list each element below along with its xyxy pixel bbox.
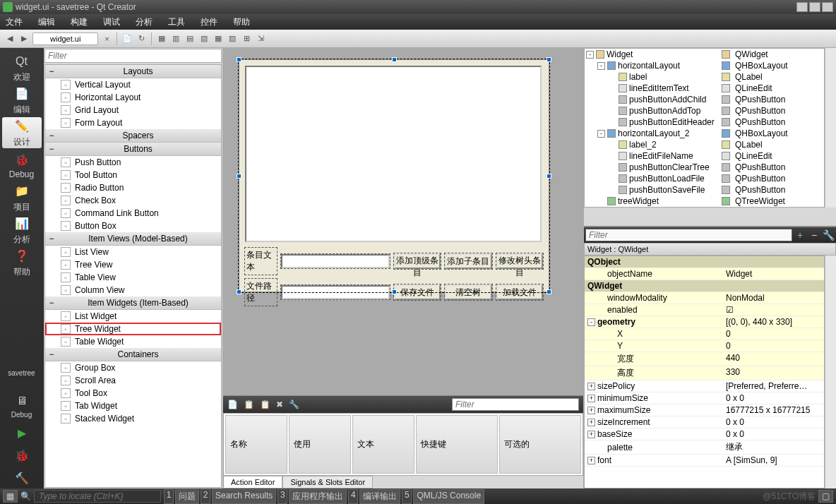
widget-group-header[interactable]: −Buttons (45, 143, 221, 156)
nav-project[interactable]: savetree (2, 357, 42, 388)
output-tab[interactable]: 问题 (175, 489, 199, 504)
action-tab[interactable]: Signals & Slots Editor (282, 476, 373, 488)
btn-edit-header[interactable]: 修改树头条目 (496, 253, 543, 269)
widget-item[interactable]: ▫Command Link Button (45, 207, 221, 220)
output-tab[interactable]: 编译输出 (359, 489, 400, 504)
property-row[interactable]: objectNameWidget (585, 268, 824, 280)
widget-item[interactable]: ▫Radio Button (45, 181, 221, 194)
delete-icon[interactable]: ✖ (276, 400, 283, 409)
tree-widget[interactable] (245, 66, 542, 242)
minimize-button[interactable]: _ (796, 2, 808, 12)
nav-debug-run[interactable]: 🖥Debug (2, 390, 42, 421)
widget-group-header[interactable]: −Containers (45, 348, 221, 361)
action-col[interactable]: 快捷键 (416, 415, 498, 474)
widget-item[interactable]: ▫Push Button (45, 156, 221, 169)
object-row[interactable]: lineEditItemTextQLineEdit (585, 83, 824, 94)
property-row[interactable]: Y0 (585, 340, 824, 352)
nav-帮助[interactable]: ❓帮助 (2, 247, 42, 278)
widget-item[interactable]: ▫Table View (45, 271, 221, 284)
output-tab[interactable]: Search Results (212, 489, 276, 504)
nav-编辑[interactable]: 📄编辑 (2, 85, 42, 116)
paste-icon[interactable]: 📋 (260, 400, 270, 409)
widget-item[interactable]: ▫Form Layout (45, 116, 221, 129)
property-row[interactable]: +fontA [SimSun, 9] (585, 455, 824, 467)
widget-item[interactable]: ▫Stacked Widget (45, 412, 221, 425)
widget-item[interactable]: ▫Group Box (45, 361, 221, 374)
widget-group-header[interactable]: −Item Widgets (Item-Based) (45, 296, 221, 310)
maximize-button[interactable]: □ (809, 2, 820, 12)
widget-list[interactable]: −Layouts▫Vertical Layout▫Horizontal Layo… (44, 64, 222, 488)
tool-icon[interactable]: ↻ (136, 33, 147, 44)
lineedit-filepath[interactable] (281, 285, 390, 299)
object-row[interactable]: treeWidgetQTreeWidget (585, 196, 824, 207)
property-row[interactable]: X0 (585, 328, 824, 340)
widget-item[interactable]: ▫Tree Widget (45, 323, 221, 335)
menu-帮助[interactable]: 帮助 (233, 16, 250, 28)
search-icon[interactable]: 🔍 (20, 491, 31, 501)
output-tab-num[interactable]: 1 (164, 489, 174, 504)
layout-hsplit-icon[interactable]: ▤ (184, 33, 196, 44)
property-row[interactable]: +sizeIncrement0 x 0 (585, 416, 824, 428)
btn-save[interactable]: 保存文件 (394, 284, 441, 300)
nav-项目[interactable]: 📁项目 (2, 182, 42, 213)
toggle-sidebar-icon[interactable]: ▦ (3, 490, 18, 503)
adjust-size-icon[interactable]: ⇲ (255, 33, 266, 44)
remove-prop-icon[interactable]: − (808, 229, 820, 241)
layout-v-icon[interactable]: ▥ (170, 33, 181, 44)
property-row[interactable]: QWidget (585, 280, 824, 292)
back-icon[interactable]: ◀ (4, 33, 16, 44)
widget-item[interactable]: ▫List Widget (45, 310, 221, 323)
object-row[interactable]: lineEditFileNameQLineEdit (585, 150, 824, 162)
action-col[interactable]: 可选的 (499, 415, 581, 474)
property-row[interactable]: 宽度440 (585, 352, 824, 366)
menu-工具[interactable]: 工具 (168, 16, 185, 28)
widget-group-header[interactable]: −Layouts (45, 65, 221, 78)
locator-input[interactable] (34, 490, 161, 503)
close-button[interactable]: ✕ (822, 2, 833, 12)
output-tab-num[interactable]: 3 (277, 489, 287, 504)
object-row[interactable]: pushButtonAddChildQPushButton (585, 94, 824, 105)
widget-group-header[interactable]: −Item Views (Model-Based) (45, 232, 221, 246)
property-row[interactable]: 高度330 (585, 366, 824, 380)
widget-group-header[interactable]: −Spacers (45, 129, 221, 143)
output-tab-num[interactable]: 5 (402, 489, 412, 504)
break-layout-icon[interactable]: ⊞ (241, 33, 252, 44)
btn-clear[interactable]: 清空树 (445, 284, 491, 300)
menu-分析[interactable]: 分析 (136, 16, 153, 28)
new-action-icon[interactable]: 📄 (227, 400, 238, 409)
menu-调试[interactable]: 调试 (103, 16, 120, 28)
settings-icon[interactable]: 🔧 (822, 229, 835, 241)
close-tab-icon[interactable]: × (101, 33, 112, 44)
object-tree[interactable]: -WidgetQWidget-horizontalLayoutQHBoxLayo… (584, 48, 825, 208)
btn-load[interactable]: 加载文件 (496, 284, 543, 300)
property-row[interactable]: +sizePolicy[Preferred, Preferre… (585, 380, 824, 392)
property-row[interactable]: windowModalityNonModal (585, 292, 824, 304)
tool-icon[interactable]: 📄 (121, 33, 133, 44)
property-table[interactable]: QObjectobjectNameWidgetQWidgetwindowModa… (584, 256, 825, 488)
copy-icon[interactable]: 📋 (244, 400, 254, 409)
object-row[interactable]: labelQLabel (585, 71, 824, 83)
object-row[interactable]: pushButtonSaveFileQPushButton (585, 184, 824, 196)
add-prop-icon[interactable]: + (794, 229, 806, 241)
widget-item[interactable]: ▫Scroll Area (45, 374, 221, 387)
widget-item[interactable]: ▫Tree View (45, 258, 221, 271)
layout-grid-icon[interactable]: ▦ (213, 33, 224, 44)
widget-item[interactable]: ▫Horizontal Layout (45, 91, 221, 104)
widget-item[interactable]: ▫List View (45, 246, 221, 258)
btn-add-top[interactable]: 添加顶级条目 (394, 253, 441, 269)
widget-item[interactable]: ▫Check Box (45, 194, 221, 207)
action-table[interactable]: 名称使用文本快捷键可选的 (223, 413, 583, 476)
object-row[interactable]: pushButtonLoadFileQPushButton (585, 173, 824, 184)
scrollbar[interactable] (825, 48, 836, 208)
object-row[interactable]: pushButtonEditHeaderQPushButton (585, 116, 824, 128)
file-tab[interactable]: widget.ui (32, 32, 98, 45)
nav-分析[interactable]: 📊分析 (2, 215, 42, 246)
property-row[interactable]: enabled☑ (585, 304, 824, 316)
output-tab[interactable]: 应用程序输出 (289, 489, 347, 504)
property-row[interactable]: palette继承 (585, 440, 824, 455)
layout-h-icon[interactable]: ▦ (156, 33, 167, 44)
nav-设计[interactable]: ✏️设计 (2, 117, 42, 148)
settings-icon[interactable]: 🔧 (289, 400, 299, 409)
property-row[interactable]: +baseSize0 x 0 (585, 428, 824, 440)
nav-欢迎[interactable]: Qt欢迎 (2, 52, 42, 83)
